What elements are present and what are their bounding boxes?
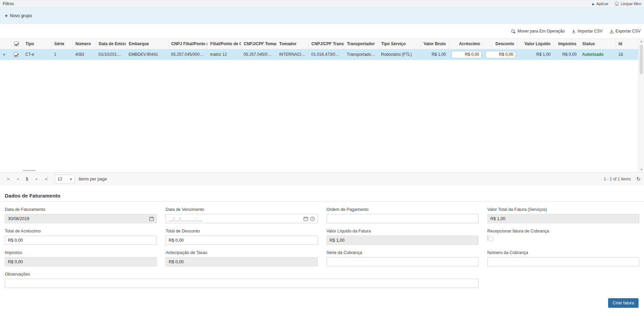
recepcionar-toggle[interactable] [487, 235, 488, 241]
observacoes-input[interactable] [5, 279, 478, 288]
page-size-dropdown[interactable]: 12 [55, 175, 75, 184]
impostos-label: Impostos [5, 250, 157, 255]
data-vencimento-input[interactable] [166, 214, 317, 223]
table-row[interactable]: CT-e 1 4082 01/10/2018 11:07 EMBDEV.9044… [0, 49, 638, 60]
acrescimo-input[interactable] [451, 51, 482, 58]
vertical-scrollbar[interactable] [638, 39, 644, 172]
cell-embarque: EMBDEV.90441 [126, 49, 168, 60]
column-header-acrescimo[interactable]: Acréscimo [449, 39, 483, 49]
scroll-down-icon[interactable] [639, 168, 644, 171]
cell-id: 18 [616, 49, 638, 60]
pager-range-label: 1 - 1 of 1 items [604, 177, 631, 181]
toggle-knob [488, 236, 494, 241]
expand-column-header [0, 39, 11, 49]
field-data-vencimento: Data de Vencimento [166, 202, 317, 223]
create-invoice-button[interactable]: Criar fatura [608, 298, 639, 308]
cell-valor-liquido: R$ 1,00 [517, 49, 553, 60]
vertical-scrollbar-thumb[interactable] [640, 45, 643, 74]
valor-total-label: Valor Total da Fatura (Serviços) [487, 207, 639, 212]
grid-pager: 1 12 items per page 1 - 1 of 1 items [0, 172, 644, 185]
cell-cnpj-filial: 05.257.045/0001-60 [168, 49, 207, 60]
pager-prev-button[interactable] [13, 175, 22, 184]
serie-cobranca-input[interactable] [327, 257, 478, 266]
calendar-icon[interactable] [303, 216, 308, 221]
column-header-data-emissao[interactable]: Data de Emiss... [96, 39, 126, 49]
total-desconto-input[interactable] [166, 236, 317, 245]
row-expand-cell [0, 49, 11, 60]
column-header-numero[interactable]: Número [73, 39, 96, 49]
column-header-serie[interactable]: Série [51, 39, 73, 49]
pager-page-1[interactable]: 1 [23, 175, 31, 184]
cell-impostos: R$ 0,00 [553, 49, 579, 60]
move-operation-icon [511, 29, 516, 34]
clear-filter-label: Limpar filtro [621, 2, 641, 6]
numero-cobranca-input[interactable] [487, 257, 639, 266]
field-data-faturamento: Data de Faturamento [5, 202, 157, 223]
grid-toolbar: Mover para Em Operação Importar CSV Expo… [0, 24, 644, 38]
move-to-operation-button[interactable]: Mover para Em Operação [511, 29, 565, 34]
horizontal-scrollbar-thumb[interactable] [23, 170, 36, 171]
cell-transportador: Transportador 01 [344, 49, 378, 60]
move-to-operation-label: Mover para Em Operação [517, 29, 565, 34]
results-table: Tipo Série Número Data de Emiss... Embar… [0, 39, 638, 60]
import-csv-button[interactable]: Importar CSV [571, 29, 603, 34]
numero-cobranca-label: Número da Cobrança [487, 250, 639, 255]
new-group-label: Novo grupo [10, 13, 32, 18]
refresh-icon[interactable] [636, 176, 641, 182]
valor-liquido-input [327, 236, 478, 245]
column-header-status[interactable]: Status [579, 39, 616, 49]
field-valor-liquido: Valor Líquido da Fatura [327, 223, 478, 245]
field-total-desconto: Total de Desconto [166, 223, 317, 245]
cell-tomador: INTERNACIONAL E ... [276, 49, 308, 60]
select-all-header [11, 39, 23, 49]
horizontal-scrollbar[interactable] [0, 170, 638, 172]
field-impostos: Impostos [5, 245, 157, 266]
column-header-valor-liquido[interactable]: Valor Líquido [517, 39, 553, 49]
impostos-input [5, 257, 157, 266]
play-icon [592, 2, 595, 6]
calendar-icon[interactable] [149, 216, 154, 221]
cell-valor-bruto: R$ 1,00 [421, 49, 449, 60]
pager-info: 1 - 1 of 1 items [604, 176, 641, 182]
row-select-cell [11, 49, 23, 60]
cell-serie: 1 [51, 49, 73, 60]
column-header-desconto[interactable]: Desconto [483, 39, 517, 49]
total-acrescimo-input[interactable] [5, 236, 157, 245]
column-header-cnpj-transportador[interactable]: CNPJ/CPF Transp... [308, 39, 344, 49]
cell-desconto [483, 49, 517, 60]
column-header-tomador[interactable]: Tomador [276, 39, 308, 49]
clear-filter-button[interactable]: Limpar filtro [615, 1, 641, 6]
column-header-cnpj-filial[interactable]: CNPJ Filial/Ponto de ... [168, 39, 207, 49]
export-csv-button[interactable]: Exportar CSV [609, 29, 641, 34]
field-observacoes: Observações [5, 266, 478, 288]
expand-row-button[interactable] [3, 52, 5, 57]
apply-filter-button[interactable]: Aplicar [592, 2, 608, 6]
results-grid: Tipo Série Número Data de Emiss... Embar… [0, 38, 644, 172]
clock-icon[interactable] [310, 216, 315, 221]
row-checkbox[interactable] [14, 52, 18, 57]
desconto-input[interactable] [486, 51, 516, 58]
column-header-id[interactable]: Id [616, 39, 638, 49]
field-numero-cobranca: Número da Cobrança [487, 245, 639, 266]
data-faturamento-input[interactable] [5, 214, 157, 223]
apply-filter-label: Aplicar [596, 2, 608, 6]
column-header-impostos[interactable]: Impostos [553, 39, 579, 49]
pager-last-button[interactable] [42, 175, 51, 184]
plus-icon [5, 13, 8, 18]
column-header-cnpj-tomador[interactable]: CNPJ/CPF Tomador [241, 39, 276, 49]
column-header-filial[interactable]: Filial/Ponto de O... [207, 39, 241, 49]
column-header-transportador[interactable]: Transportador [344, 39, 378, 49]
page-title: Dados de Faturamento [0, 185, 644, 201]
column-header-valor-bruto[interactable]: Valor Bruto [421, 39, 449, 49]
column-header-embarque[interactable]: Embarque [126, 39, 168, 49]
pager-next-button[interactable] [32, 175, 41, 184]
ordem-pagamento-input[interactable] [327, 214, 478, 223]
export-csv-icon [609, 29, 614, 34]
select-all-checkbox[interactable] [14, 41, 19, 46]
serie-cobranca-label: Série da Cobrança [327, 250, 478, 255]
column-header-tipo-servico[interactable]: Tipo Serviço [378, 39, 421, 49]
new-group-button[interactable]: Novo grupo [5, 13, 32, 18]
column-header-tipo[interactable]: Tipo [23, 39, 51, 49]
scroll-up-icon[interactable] [639, 40, 644, 43]
pager-first-button[interactable] [3, 175, 12, 184]
